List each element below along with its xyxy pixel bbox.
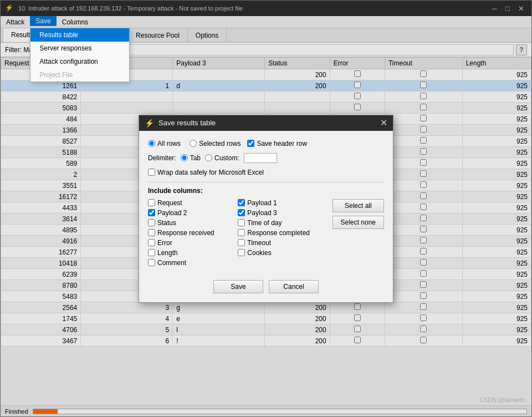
select-all-button[interactable]: Select all bbox=[332, 199, 384, 212]
col-cookies-input[interactable] bbox=[238, 249, 245, 256]
all-rows-label: All rows bbox=[157, 140, 181, 148]
save-results-modal: ⚡ Save results table ✕ All rows Sele bbox=[139, 115, 393, 303]
save-header-row-input[interactable] bbox=[247, 140, 254, 147]
selected-rows-input[interactable] bbox=[190, 140, 197, 147]
col-status-input[interactable] bbox=[148, 219, 155, 226]
all-rows-radio[interactable]: All rows bbox=[148, 140, 181, 148]
modal-footer: Save Cancel bbox=[139, 276, 393, 302]
col-response-received-check[interactable]: Response received bbox=[148, 229, 233, 237]
col-timeout-check[interactable]: Timeout bbox=[238, 239, 323, 247]
dropdown-results-table[interactable]: Results table bbox=[30, 28, 129, 42]
custom-radio[interactable]: Custom: bbox=[205, 154, 239, 162]
wrap-data-checkbox[interactable]: Wrap data safely for Microsoft Excel bbox=[148, 169, 264, 176]
col-status-check[interactable]: Status bbox=[148, 219, 233, 227]
custom-delimiter-input[interactable] bbox=[244, 153, 277, 163]
col-response-completed-check[interactable]: Response completed bbox=[238, 229, 323, 237]
col-payload1-input[interactable] bbox=[238, 199, 245, 206]
col-length-input[interactable] bbox=[148, 249, 155, 256]
col-payload2-check[interactable]: Payload 2 bbox=[148, 209, 233, 217]
col-error-check[interactable]: Error bbox=[148, 239, 233, 247]
col-request-input[interactable] bbox=[148, 199, 155, 206]
selected-rows-radio[interactable]: Selected rows bbox=[190, 140, 241, 148]
col-comment-check[interactable]: Comment bbox=[148, 259, 233, 267]
modal-title-bar: ⚡ Save results table ✕ bbox=[139, 115, 393, 131]
tab-radio[interactable]: Tab bbox=[181, 154, 201, 162]
columns-grid: Request Payload 1 Payload 2 bbox=[148, 199, 324, 267]
app-window: ⚡ 10. Intruder attack of 192.168.239.132… bbox=[0, 0, 532, 417]
wrap-data-input[interactable] bbox=[148, 169, 155, 176]
include-columns-section: Include columns: Request Payload 1 bbox=[148, 187, 384, 267]
dropdown-attack-configuration[interactable]: Attack configuration bbox=[30, 55, 129, 68]
custom-radio-input[interactable] bbox=[205, 154, 212, 161]
col-payload3-check[interactable]: Payload 3 bbox=[238, 209, 323, 217]
save-header-row-label: Save header row bbox=[257, 140, 307, 148]
col-time-of-day-check[interactable]: Time of day bbox=[238, 219, 323, 227]
tab-label: Tab bbox=[190, 154, 201, 162]
delimiter-label: Delimiter: bbox=[148, 154, 176, 162]
col-comment-input[interactable] bbox=[148, 259, 155, 266]
col-length-check[interactable]: Length bbox=[148, 249, 233, 257]
modal-close-button[interactable]: ✕ bbox=[380, 119, 387, 128]
rows-options-row: All rows Selected rows Save header row bbox=[148, 140, 384, 148]
wrap-data-row: Wrap data safely for Microsoft Excel bbox=[148, 169, 384, 176]
separator bbox=[148, 182, 384, 182]
all-rows-input[interactable] bbox=[148, 140, 155, 147]
modal-title-text: Save results table bbox=[158, 119, 376, 127]
dropdown-project-file: Project File bbox=[30, 68, 129, 82]
modal-save-button[interactable]: Save bbox=[213, 280, 263, 293]
save-dropdown: Results table Server responses Attack co… bbox=[30, 28, 130, 82]
col-cookies-check[interactable]: Cookies bbox=[238, 249, 323, 257]
modal-title-icon: ⚡ bbox=[145, 119, 154, 128]
rows-radio-group: All rows Selected rows bbox=[148, 140, 241, 148]
include-columns-label: Include columns: bbox=[148, 187, 384, 195]
col-timeout-input[interactable] bbox=[238, 239, 245, 246]
modal-body: All rows Selected rows Save header row bbox=[139, 131, 393, 276]
col-request-check[interactable]: Request bbox=[148, 199, 233, 207]
tab-radio-input[interactable] bbox=[181, 154, 188, 161]
col-response-completed-input[interactable] bbox=[238, 229, 245, 236]
col-payload2-input[interactable] bbox=[148, 209, 155, 216]
select-none-button[interactable]: Select none bbox=[332, 216, 384, 229]
col-payload1-check[interactable]: Payload 1 bbox=[238, 199, 323, 207]
dropdown-server-responses[interactable]: Server responses bbox=[30, 42, 129, 55]
selected-rows-label: Selected rows bbox=[199, 140, 241, 148]
save-header-row-checkbox[interactable]: Save header row bbox=[247, 140, 307, 148]
select-buttons-col: Select all Select none bbox=[332, 199, 384, 267]
delimiter-row: Delimiter: Tab Custom: bbox=[148, 153, 384, 163]
col-response-received-input[interactable] bbox=[148, 229, 155, 236]
custom-label: Custom: bbox=[214, 154, 239, 162]
col-payload3-input[interactable] bbox=[238, 209, 245, 216]
wrap-data-label: Wrap data safely for Microsoft Excel bbox=[157, 169, 264, 176]
col-time-of-day-input[interactable] bbox=[238, 219, 245, 226]
modal-cancel-button[interactable]: Cancel bbox=[269, 280, 319, 293]
col-error-input[interactable] bbox=[148, 239, 155, 246]
